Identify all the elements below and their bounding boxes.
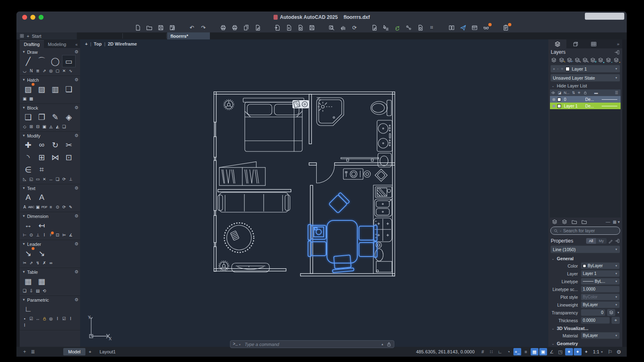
auto-hide-icon[interactable] [615, 238, 620, 243]
tab-blocks[interactable] [566, 39, 584, 48]
command-line[interactable]: >_ ▾ Type a command ▴ [230, 340, 394, 348]
section-header-leader[interactable]: ▼Leader⚙ [21, 241, 78, 247]
collapse-triangle-icon[interactable]: ▼ [22, 50, 25, 54]
collapse-triangle-icon[interactable]: ▼ [22, 134, 25, 137]
tool-move[interactable]: ✚ [21, 139, 35, 151]
dining-table-with-chairs-selected[interactable] [308, 192, 377, 273]
wardrobe[interactable] [219, 162, 265, 186]
collapse-triangle-icon[interactable]: ▼ [22, 106, 25, 110]
section-header-parametric[interactable]: ▼Parametric⚙ [21, 297, 78, 303]
stove-plate-symbol[interactable] [343, 169, 363, 179]
count-button[interactable]: ⌗ [427, 23, 437, 32]
tool-gradient[interactable]: ▥ [48, 83, 62, 95]
annotation-visibility-toggle[interactable]: ✦ [565, 348, 573, 355]
save-button[interactable] [156, 23, 166, 32]
tool-boundary[interactable]: ▣ [21, 95, 28, 102]
print-button[interactable] [218, 23, 228, 32]
snap-mode-toggle[interactable]: ∷ [488, 348, 495, 355]
tool-explode[interactable]: ◱ [28, 176, 34, 182]
tool-break[interactable]: ✕ [41, 176, 48, 182]
tool-table-export[interactable]: ⇩ [28, 287, 34, 294]
tool-find-text[interactable]: ⊙ [54, 204, 61, 210]
layout1-tab[interactable]: Layout1 [94, 348, 120, 355]
windows[interactable] [214, 122, 216, 247]
layer-properties-button[interactable] [550, 57, 557, 64]
name-column-header[interactable]: N... [564, 91, 570, 95]
tool-baseline-dim[interactable]: ⊦ [48, 231, 54, 238]
layer-list-header[interactable]: ◪ N... ⇅ ✳ ▬ ☰ [550, 89, 621, 96]
kitchen-counter[interactable] [373, 185, 393, 273]
ortho-mode-toggle[interactable]: ∟ [496, 348, 504, 355]
property-input[interactable]: 1.0000 [581, 286, 620, 293]
tool-align-leaders[interactable]: ⇗ [28, 259, 34, 266]
tool-attach-b[interactable]: ⊟ [34, 123, 41, 130]
layer-linetype[interactable]: De... [585, 104, 598, 108]
tab-layers[interactable] [548, 39, 566, 48]
section-header-modify[interactable]: ▼Modify⚙ [21, 133, 78, 139]
tool-show-constraints[interactable]: ☑ [28, 315, 34, 322]
tool-text-align[interactable]: A [21, 204, 28, 210]
layer-unlock-button[interactable]: ▪ [612, 57, 620, 64]
tv-console[interactable] [232, 263, 269, 272]
tool-rectangle[interactable]: ▭ [62, 55, 76, 67]
new-layer-group-button[interactable] [561, 218, 568, 225]
tool-line[interactable]: ╱ [21, 55, 35, 67]
section-header-text[interactable]: ▼Text⚙ [21, 185, 78, 191]
layer-walk-button[interactable]: ✎ [558, 57, 565, 64]
drawing-compare-button[interactable] [446, 23, 456, 32]
new-layout-button[interactable]: + [85, 348, 94, 355]
grid-display-toggle[interactable]: # [479, 348, 487, 355]
tool-edit-selection[interactable]: ⊡ [62, 151, 76, 163]
workspace-switching-button[interactable]: ⚐ [606, 348, 614, 355]
section-header-draw[interactable]: ▼Draw⚙ [21, 49, 78, 55]
tool-tag[interactable]: ◇ [21, 123, 28, 130]
layer-name[interactable]: 0 [564, 97, 585, 102]
tool-donut[interactable]: ◎ [48, 67, 54, 74]
tool-dimensional-constraint[interactable]: ↔ [34, 315, 41, 322]
tool-hatch[interactable]: ▨ [21, 83, 35, 95]
gear-icon[interactable]: ⚙ [74, 297, 78, 302]
tool-spline[interactable]: ∿ [67, 67, 74, 74]
tool-scale[interactable]: ▭ [34, 176, 41, 182]
layer-row-0[interactable]: 0De... [550, 96, 621, 103]
search-options-caret[interactable]: ⌄ [559, 229, 562, 232]
app-menu-icon[interactable] [20, 34, 24, 38]
tool-data-extract[interactable]: ❏ [21, 287, 28, 294]
dynamic-input-toggle[interactable]: +_ [513, 348, 521, 355]
filter-my-button[interactable]: My [596, 238, 607, 244]
tool-wipeout[interactable]: ❏ [62, 83, 76, 95]
property-dropdown[interactable]: ByLayer▼ [581, 332, 620, 339]
property-input[interactable]: 0.0000 [581, 317, 610, 324]
collapse-command-caret[interactable]: ▴ [382, 342, 383, 346]
tool-hatch-edit[interactable]: ▨ [35, 83, 48, 95]
gear-icon[interactable]: ⚙ [74, 105, 78, 110]
model-tab[interactable]: Model [63, 348, 85, 355]
layer-color-swatch[interactable] [557, 98, 561, 101]
tool-lock-constraint[interactable] [41, 315, 48, 322]
collapse-triangle-icon[interactable]: ▼ [22, 298, 25, 302]
transparency-layers-button[interactable] [607, 309, 615, 316]
tool-create-block[interactable]: ❐ [35, 111, 48, 123]
ceiling-fan-bedroom[interactable] [224, 100, 234, 110]
layer-state-dropdown[interactable]: Unsaved Layer State ▼ [550, 74, 620, 82]
tool-clean[interactable]: ⊥ [67, 176, 74, 182]
selection-type-dropdown[interactable]: Line (1050) ▼ [550, 245, 620, 253]
auto-annotation-scale-toggle[interactable]: ✦ [574, 348, 582, 355]
tool-attr-manage[interactable]: ◭ [54, 123, 61, 130]
property-dropdown[interactable]: ByColor▼ [581, 293, 620, 300]
tool-geometric-constraint[interactable]: ∟ [21, 303, 35, 315]
tool-array[interactable]: ⊞ [35, 151, 48, 163]
layer-previous-button[interactable]: ↶ [566, 57, 573, 64]
tool-linear-dim[interactable]: ⊢ [21, 231, 28, 238]
columns-menu-button[interactable]: ▦ ▾ [613, 220, 620, 224]
customization-button[interactable]: ⚙ [615, 348, 623, 355]
tool-hatch-select[interactable]: ▩ [28, 95, 34, 102]
command-history-caret[interactable]: ▾ [239, 343, 241, 346]
vanity-double-sink[interactable] [377, 120, 392, 151]
group-settings-button[interactable] [580, 218, 588, 225]
annotation-scale-indicator-toggle[interactable]: ✦ [582, 348, 590, 355]
tool-add-leader[interactable]: ✂ [21, 259, 28, 266]
tool-nested-copy[interactable]: ❏ [54, 176, 61, 182]
shower[interactable] [317, 98, 344, 126]
tool-spell-check[interactable]: ABC [28, 204, 34, 210]
